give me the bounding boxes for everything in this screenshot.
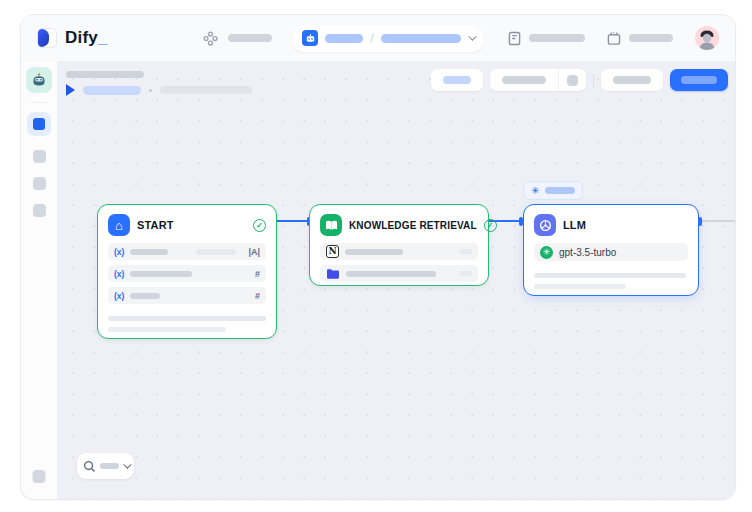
publish-label-placeholder [681,76,717,84]
run-status-row [66,83,252,97]
status-label-placeholder [545,187,575,194]
docs-nav-item[interactable] [508,31,585,46]
sidebar-item-4[interactable] [33,204,46,217]
knowledge-source-row[interactable]: N [320,243,478,260]
variable-name-placeholder [130,249,168,255]
node-llm[interactable]: LLM ✳ gpt-3.5-turbo [523,204,699,296]
workflow-title-placeholder [66,71,144,78]
sparkle-tv-icon [607,31,621,46]
robot-app-icon [31,72,47,88]
sidebar-item-settings[interactable] [33,470,46,483]
app-switcher[interactable]: / [292,25,483,52]
source-name-placeholder [345,249,403,255]
llm-brain-icon [534,214,556,236]
variable-icon: (x) [114,247,124,257]
start-variable-row[interactable]: (x) |A| [108,243,266,260]
variable-icon: (x) [114,269,124,279]
variable-value-placeholder [196,249,236,255]
home-icon: ⌂ [108,214,130,236]
variable-name-placeholder [130,271,192,277]
dify-logo[interactable]: Dify _ [37,28,107,48]
history-icon[interactable] [567,75,578,86]
top-header: Dify _ / [21,15,735,61]
folder-icon [326,268,340,280]
openai-icon: ✳ [540,246,553,259]
sidebar-item-2[interactable] [33,150,46,163]
success-check-icon: ✓ [484,219,497,232]
sidebar-item-orchestrate-active[interactable] [27,112,51,136]
plugins-label-placeholder [629,34,673,42]
toolbar-divider [593,74,594,87]
user-avatar[interactable] [695,26,719,50]
plugins-nav-item[interactable] [607,31,673,46]
number-type-icon: # [255,269,260,279]
llm-model-row[interactable]: ✳ gpt-3.5-turbo [534,243,688,261]
sidebar-divider [31,102,47,103]
explore-nav-item[interactable] [203,31,272,46]
number-type-icon: # [255,291,260,301]
node-description-placeholder [534,273,688,289]
llm-node-header: LLM [524,205,698,243]
restore-label-placeholder [613,76,651,84]
node-description-placeholder [108,316,266,332]
zoom-control[interactable] [77,453,134,479]
canvas-toolbar [431,69,728,91]
edge-llm-to-offscreen [701,220,736,222]
app-name-placeholder [381,34,461,43]
variable-name-placeholder [130,293,160,299]
run-play-icon[interactable] [66,84,75,96]
run-label-placeholder [83,86,141,95]
run-label-placeholder [502,76,546,84]
start-node-title: START [137,219,174,231]
success-check-icon: ✓ [253,219,266,232]
left-sidebar [21,61,57,499]
notion-icon: N [326,245,339,258]
nav-label-placeholder [228,34,272,42]
variable-icon: (x) [114,291,124,301]
book-open-icon [320,214,342,236]
run-app-button-group[interactable] [490,69,586,91]
app-robot-icon [302,30,318,46]
dify-logo-underscore: _ [98,28,107,48]
dify-logo-text: Dify [65,28,98,48]
book-icon [508,31,521,46]
flower-icon [203,31,218,46]
knowledge-source-row[interactable] [320,265,478,282]
publish-button[interactable] [670,69,728,91]
features-label-placeholder [443,76,471,84]
spinner-icon: ✳ [531,185,539,196]
dot-separator [149,89,152,92]
workspace-name-placeholder [325,34,363,43]
start-variable-row[interactable]: (x) # [108,265,266,282]
restore-button[interactable] [601,69,663,91]
knowledge-node-title: KNOWLEDGE RETRIEVAL [349,220,477,231]
source-name-placeholder [346,271,436,277]
zoom-level-placeholder [100,463,119,469]
chevron-down-icon[interactable] [123,460,131,468]
header-right-group [508,26,719,50]
docs-label-placeholder [529,34,585,42]
llm-node-title: LLM [563,219,586,231]
node-start[interactable]: ⌂ START ✓ (x) |A| (x) # (x) # [97,204,277,339]
edge-start-to-knowledge [275,220,311,222]
chevron-down-icon[interactable] [468,32,476,40]
workflow-canvas[interactable]: ⌂ START ✓ (x) |A| (x) # (x) # [57,61,736,500]
current-app-icon[interactable] [26,67,52,93]
llm-running-badge: ✳ [523,181,583,200]
node-knowledge-retrieval[interactable]: KNOWLEDGE RETRIEVAL ✓ N [309,204,489,286]
source-meta-placeholder [459,249,472,254]
text-type-icon: |A| [248,247,260,257]
start-variable-row[interactable]: (x) # [108,287,266,304]
search-icon [83,460,96,473]
source-meta-placeholder [459,271,472,276]
knowledge-node-header: KNOWLEDGE RETRIEVAL ✓ [310,205,488,243]
features-button[interactable] [431,69,483,91]
llm-model-name: gpt-3.5-turbo [559,247,616,258]
dify-logo-icon [37,28,57,48]
app-window: Dify _ / [20,14,736,500]
run-meta-placeholder [160,86,252,94]
start-node-header: ⌂ START ✓ [98,205,276,243]
sidebar-item-3[interactable] [33,177,46,190]
breadcrumb-separator: / [370,31,373,45]
